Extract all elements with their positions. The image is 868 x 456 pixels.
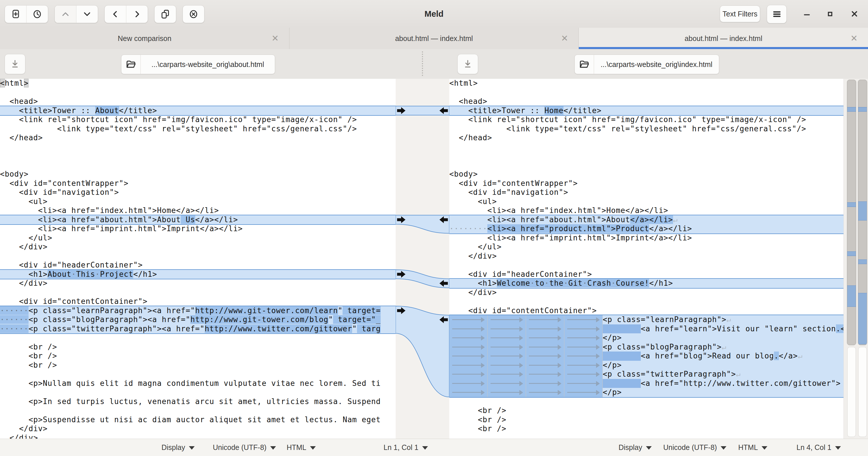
tab-about-index-2[interactable]: about.html — index.html ✕ [579, 28, 868, 49]
code-line: </div> [0, 433, 396, 439]
code-line: </div> [449, 252, 843, 261]
close-button[interactable] [846, 0, 863, 28]
push-change-button-group [104, 5, 148, 23]
code-line: <li><a href="about.html">About</a></li>↵ [449, 215, 843, 225]
right-code-pane[interactable]: <html> <head> <title>Tower :: Home</titl… [449, 79, 843, 439]
code-line: </ul> [0, 233, 396, 243]
caret-down-icon [189, 446, 195, 450]
copy-button-group [154, 5, 176, 23]
copy-button[interactable] [155, 5, 176, 23]
save-right-file-button[interactable] [457, 54, 478, 74]
right-syntax-menu[interactable]: HTML [738, 439, 767, 456]
folder-open-icon [121, 55, 141, 74]
code-line: <ul> [0, 197, 396, 206]
code-line: <a href="http://www.twitter.com/gittower… [449, 379, 843, 388]
save-left-file-button[interactable] [5, 54, 25, 74]
tab-bar: New comparison ✕ about.html — index.html… [0, 28, 868, 49]
code-line: <li><a href="index.html">Home</a></li> [449, 206, 843, 215]
tab-close-icon[interactable]: ✕ [850, 34, 858, 43]
tab-about-index-1[interactable]: about.html — index.html ✕ [289, 28, 579, 49]
tab-label: New comparison [118, 34, 171, 43]
left-file-chooser-button[interactable]: ...\carparts-website_orig\about.html [121, 55, 275, 74]
code-line: <li><a href="imprint.html">Imprint</a></… [0, 224, 396, 233]
minimap-chunk-marker [858, 259, 867, 264]
code-line: <br /> [449, 415, 843, 425]
caret-down-icon [721, 446, 726, 450]
code-line: <div id="contentContainer"> [0, 297, 396, 306]
code-line: <br /> [0, 343, 396, 352]
stop-button[interactable] [183, 5, 204, 23]
code-line: <div id="contentWrapper"> [0, 179, 396, 188]
left-minimap-scrollbar[interactable] [847, 80, 856, 437]
tab-new-comparison[interactable]: New comparison ✕ [0, 28, 289, 49]
filebar-separator [422, 51, 423, 76]
tab-close-icon[interactable]: ✕ [561, 34, 568, 43]
tab-label: about.html — index.html [395, 34, 473, 43]
push-change-left-button[interactable] [105, 5, 126, 23]
left-encoding-menu[interactable]: Unicode (UTF-8) [213, 439, 276, 456]
diff-editor: <html> <head> <title>Tower :: About</tit… [0, 79, 868, 439]
code-line: </head> [449, 133, 843, 143]
code-line: <p>In sed turpis luctus, venenatis arcu … [0, 397, 396, 406]
header-bar: Meld Text Filters [0, 0, 868, 28]
right-cursor-position[interactable]: Ln 4, Col 1 [797, 439, 841, 456]
recent-comparisons-button[interactable] [26, 5, 48, 23]
text-filters-button[interactable]: Text Filters [720, 5, 760, 22]
code-line: <br /> [0, 351, 396, 361]
code-line: </head> [0, 133, 396, 143]
code-line: <li><a href="imprint.html">Imprint</a></… [449, 233, 843, 243]
chevron-left-icon [110, 9, 121, 19]
left-display-menu[interactable]: Display [161, 439, 195, 456]
code-line: </div> [449, 288, 843, 297]
right-minimap-scrollbar[interactable] [858, 80, 867, 437]
code-line: <p class="twitterParagraph">↵ [449, 370, 843, 379]
new-comparison-button[interactable] [5, 5, 26, 23]
right-file-chooser-button[interactable]: ...\carparts-website_orig\index.html [575, 55, 719, 74]
code-line: <div id="headerContainer"> [0, 261, 396, 270]
minimap-chunk-marker [858, 201, 867, 221]
tab-close-icon[interactable]: ✕ [272, 34, 279, 43]
code-line: <link type="text/css" rel="stylesheet" h… [0, 124, 396, 134]
code-line: </p> [449, 333, 843, 343]
left-cursor-position[interactable]: Ln 1, Col 1 [383, 439, 428, 456]
code-line: </ul> [449, 243, 843, 252]
code-line: <link rel="shortcut icon" href="img/favi… [449, 115, 843, 124]
code-line: <title>Tower :: Home</title> [449, 106, 843, 115]
caret-down-icon [270, 446, 276, 450]
left-code-pane[interactable]: <html> <head> <title>Tower :: About</tit… [0, 79, 396, 439]
scrollbar-thumb[interactable] [858, 80, 867, 345]
scrollbar-thumb[interactable] [847, 80, 856, 345]
toolbar-left [5, 5, 205, 23]
save-icon [10, 59, 20, 69]
file-chooser-bar: ...\carparts-website_orig\about.html ...… [0, 49, 868, 79]
code-line: <div id="contentWrapper"> [449, 179, 843, 188]
code-line: <br /> [449, 406, 843, 415]
new-comparison-icon [10, 9, 21, 19]
right-display-menu[interactable]: Display [619, 439, 652, 456]
code-line: </p> [449, 388, 843, 397]
code-line: <div id="headerContainer"> [449, 270, 843, 279]
scrollbar-trough[interactable] [858, 347, 867, 437]
code-line: <a href="learn">Visit our "learn" sectio… [449, 324, 843, 334]
restore-button[interactable] [821, 0, 839, 28]
minimap-chunk-marker [847, 285, 856, 307]
minimize-button[interactable] [798, 0, 815, 28]
code-line: <div id="contentContainer"> [449, 306, 843, 315]
right-encoding-menu[interactable]: Unicode (UTF-8) [663, 439, 726, 456]
code-line: <html> [0, 79, 396, 88]
next-change-button[interactable] [76, 5, 98, 23]
minimap-chunk-marker [847, 107, 856, 112]
code-line: ········<li><a href="product.html">Produ… [449, 224, 843, 233]
scrollbar-trough[interactable] [847, 347, 856, 437]
change-nav-button-group [55, 5, 98, 23]
menu-button[interactable] [767, 5, 787, 23]
left-syntax-menu[interactable]: HTML [287, 439, 316, 456]
push-change-right-button[interactable] [126, 5, 148, 23]
right-file-path: ...\carparts-website_orig\index.html [594, 55, 719, 74]
code-line: </div> [0, 424, 396, 433]
code-line: <li><a href="index.html">Home</a></li> [0, 206, 396, 215]
save-icon [463, 59, 473, 69]
previous-change-button[interactable] [55, 5, 76, 23]
folder-open-icon [575, 55, 594, 74]
code-line: <div id="navigation"> [449, 188, 843, 197]
